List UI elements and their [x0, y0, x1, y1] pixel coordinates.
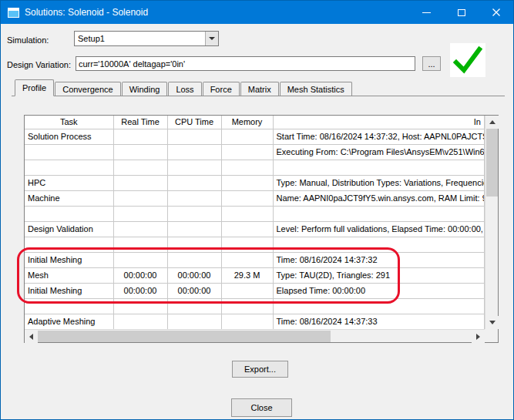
- solutions-dialog: Solutions: Solenoid - Solenoid Simulatio…: [0, 0, 514, 420]
- window-title: Solutions: Solenoid - Solenoid: [25, 7, 409, 18]
- table-cell: [221, 190, 273, 206]
- table-row[interactable]: [25, 160, 485, 175]
- table-cell: Initial Meshing: [25, 252, 113, 267]
- table-cell: [113, 175, 167, 190]
- table-cell: 00:00:00: [113, 267, 167, 283]
- export-button[interactable]: Export...: [232, 361, 288, 378]
- table-cell: Initial Meshing: [25, 283, 113, 298]
- table-row[interactable]: MachineName: AAPNI0paJCT9fY5.win.ansys.c…: [25, 190, 485, 206]
- column-header-task: Task: [25, 116, 113, 129]
- table-row[interactable]: [25, 206, 485, 221]
- titlebar[interactable]: Solutions: Solenoid - Solenoid: [1, 1, 513, 24]
- tab-convergence[interactable]: Convergence: [55, 82, 120, 96]
- table-cell: Mesh: [25, 267, 113, 283]
- design-variation-field[interactable]: [76, 56, 415, 71]
- table-row[interactable]: Executing From: C:\Program Files\AnsysEM…: [25, 144, 485, 160]
- tab-force[interactable]: Force: [203, 82, 240, 96]
- tab-profile[interactable]: Profile: [15, 79, 54, 96]
- horizontal-scrollbar-thumb[interactable]: [38, 331, 331, 342]
- table-cell: Solution Process: [25, 129, 113, 144]
- table-cell: [167, 175, 221, 190]
- table-row[interactable]: Solution ProcessStart Time: 08/16/2024 1…: [25, 129, 485, 144]
- table-cell: [273, 160, 485, 175]
- table-cell: [113, 221, 167, 237]
- tab-mesh-statistics[interactable]: Mesh Statistics: [280, 82, 352, 96]
- scroll-right-button[interactable]: [472, 330, 485, 343]
- table-cell: [113, 206, 167, 221]
- table-cell: 00:00:00: [167, 283, 221, 298]
- close-window-button[interactable]: [479, 1, 513, 24]
- table-cell: [221, 221, 273, 237]
- table-cell: Type: TAU(2D), Triangles: 291: [273, 267, 485, 283]
- close-button[interactable]: Close: [231, 398, 292, 417]
- table-row[interactable]: Adaptive MeshingTime: 08/16/2024 14:37:3…: [25, 314, 485, 329]
- table-cell: [273, 237, 485, 252]
- vertical-scrollbar-thumb[interactable]: [486, 129, 498, 197]
- table-row[interactable]: Initial MeshingTime: 08/16/2024 14:37:32: [25, 252, 485, 267]
- table-cell: Elapsed Time: 00:00:00: [273, 283, 485, 298]
- scrollbar-corner: [485, 329, 498, 342]
- simulation-select[interactable]: Setup1: [74, 31, 219, 46]
- green-check-icon: [453, 46, 482, 74]
- table-row[interactable]: Design ValidationLevel: Perform full val…: [25, 221, 485, 237]
- table-cell: [113, 237, 167, 252]
- table-row[interactable]: Initial Meshing00:00:0000:00:00Elapsed T…: [25, 283, 485, 298]
- scroll-down-button[interactable]: [485, 316, 499, 329]
- table-cell: [113, 144, 167, 160]
- table-row[interactable]: HPCType: Manual, Distribution Types: Var…: [25, 175, 485, 190]
- table-cell: 29.3 M: [221, 267, 273, 283]
- table-cell: [113, 314, 167, 329]
- table-cell: [167, 221, 221, 237]
- table-cell: [221, 144, 273, 160]
- scroll-up-button[interactable]: [485, 116, 499, 129]
- table-cell: [221, 314, 273, 329]
- table-row[interactable]: Mesh00:00:0000:00:0029.3 MType: TAU(2D),…: [25, 267, 485, 283]
- table-cell: [167, 298, 221, 314]
- chevron-down-icon: [209, 37, 215, 40]
- table-cell: [113, 160, 167, 175]
- table-cell: [167, 314, 221, 329]
- tab-loss[interactable]: Loss: [168, 82, 201, 96]
- horizontal-scrollbar[interactable]: [25, 329, 485, 342]
- table-cell: [113, 298, 167, 314]
- simulation-selected-value: Setup1: [75, 34, 205, 43]
- table-cell: [273, 206, 485, 221]
- table-cell: [167, 237, 221, 252]
- maximize-button[interactable]: [444, 1, 479, 24]
- table-row[interactable]: [25, 237, 485, 252]
- table-cell: Level: Perform full validations, Elapsed…: [273, 221, 485, 237]
- app-icon: [8, 8, 19, 18]
- arrow-down-icon: [489, 321, 496, 324]
- table-cell: [221, 160, 273, 175]
- column-header-memory: Memory: [221, 116, 273, 129]
- tab-matrix[interactable]: Matrix: [240, 82, 279, 96]
- table-cell: [167, 190, 221, 206]
- table-cell: [167, 144, 221, 160]
- table-cell: [113, 190, 167, 206]
- column-header-cpu-time: CPU Time: [167, 116, 221, 129]
- profile-table-viewport: Task Real Time CPU Time Memory In Soluti…: [25, 116, 485, 329]
- table-cell: [221, 129, 273, 144]
- minimize-icon: [422, 12, 431, 13]
- design-variation-label: Design Variation:: [7, 60, 71, 69]
- table-cell: [167, 206, 221, 221]
- maximize-icon: [458, 9, 465, 16]
- table-row[interactable]: [25, 298, 485, 314]
- table-cell: [221, 175, 273, 190]
- table-cell: 00:00:00: [167, 267, 221, 283]
- simulation-dropdown-button[interactable]: [205, 32, 218, 45]
- table-cell: [113, 252, 167, 267]
- arrow-up-icon: [489, 120, 496, 124]
- table-cell: [25, 237, 113, 252]
- validation-status: [450, 43, 485, 77]
- tab-winding[interactable]: Winding: [122, 82, 168, 96]
- scroll-left-button[interactable]: [25, 330, 38, 343]
- table-header-row: Task Real Time CPU Time Memory In: [25, 116, 485, 129]
- design-variation-browse-button[interactable]: ...: [422, 56, 441, 71]
- vertical-scrollbar[interactable]: [485, 116, 498, 329]
- minimize-button[interactable]: [409, 1, 444, 24]
- profile-table: Task Real Time CPU Time Memory In Soluti…: [25, 116, 485, 329]
- table-cell: Time: 08/16/2024 14:37:32: [273, 252, 485, 267]
- table-cell: Type: Manual, Distribution Types: Variat…: [273, 175, 485, 190]
- table-cell: [221, 298, 273, 314]
